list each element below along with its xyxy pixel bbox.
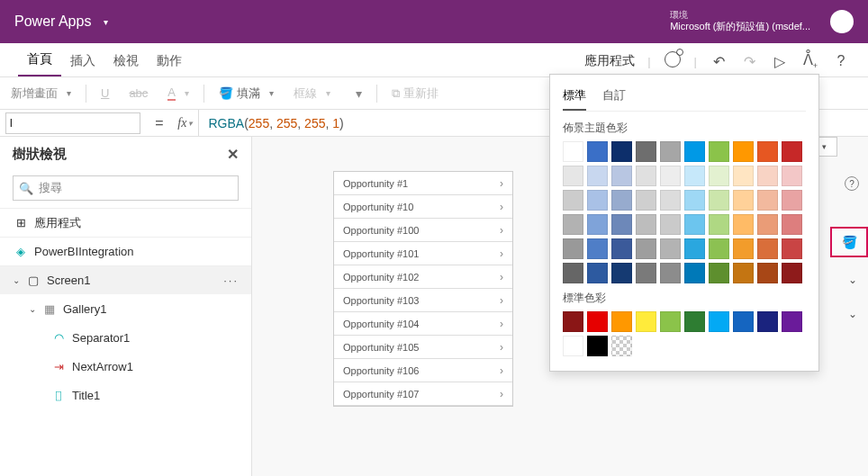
color-swatch[interactable] [563,263,583,283]
list-item[interactable]: Opportunity #10› [334,195,512,219]
color-swatch[interactable] [684,141,705,162]
color-swatch[interactable] [757,141,778,162]
ribbon-tab-insert[interactable]: 插入 [61,46,104,76]
color-swatch[interactable] [757,214,778,235]
list-item[interactable]: Opportunity #104› [334,312,512,336]
color-swatch[interactable] [587,166,608,186]
color-swatch[interactable] [782,166,802,186]
color-swatch[interactable] [709,311,729,332]
color-swatch[interactable] [636,214,656,235]
color-swatch[interactable] [757,263,778,283]
reorder-button[interactable]: ⧉重新排 [386,85,444,102]
ribbon-tab-home[interactable]: 首頁 [18,44,61,76]
tree-item-powerbi[interactable]: ◈PowerBIIntegration [0,237,251,265]
color-swatch[interactable] [611,263,632,283]
tree-item-gallery1[interactable]: ⌄▦Gallery1 [0,294,251,323]
brand-label[interactable]: Power Apps [14,13,91,30]
color-swatch[interactable] [636,166,656,186]
fill-button[interactable]: 🪣填滿▾ [213,85,279,102]
color-swatch[interactable] [660,238,681,259]
color-swatch[interactable] [611,311,632,332]
list-item[interactable]: Opportunity #106› [334,359,512,382]
color-swatch[interactable] [684,238,705,259]
gallery-preview[interactable]: Opportunity #1› Opportunity #10› Opportu… [333,171,513,407]
collapse-icon[interactable]: ⌄ [13,275,25,285]
tree-item-app[interactable]: ⊞應用程式 [0,208,251,237]
color-swatch[interactable] [757,166,778,186]
color-swatch[interactable] [611,238,632,259]
color-swatch[interactable] [611,214,632,235]
redo-icon[interactable]: ↷ [740,53,758,70]
color-swatch[interactable] [563,190,583,211]
color-swatch[interactable] [684,166,705,186]
ribbon-tab-view[interactable]: 檢視 [104,46,148,76]
play-icon[interactable]: ▷ [771,53,789,70]
color-swatch[interactable] [660,166,681,186]
color-swatch[interactable] [563,336,583,356]
color-swatch[interactable] [709,214,729,235]
color-swatch[interactable] [587,336,608,356]
ribbon-tab-action[interactable]: 動作 [148,46,191,76]
color-swatch[interactable] [587,190,608,211]
color-swatch[interactable] [563,166,583,186]
color-swatch[interactable] [709,190,729,211]
color-swatch[interactable] [636,141,656,162]
color-swatch[interactable] [709,263,729,283]
tree-item-screen1[interactable]: ⌄▢Screen1··· [0,265,251,294]
color-tab-custom[interactable]: 自訂 [602,82,626,111]
color-swatch[interactable] [733,311,754,332]
undo-icon[interactable]: ↶ [710,53,728,70]
color-swatch[interactable] [587,141,608,162]
color-swatch[interactable] [782,311,802,332]
color-swatch[interactable] [733,238,754,259]
color-swatch[interactable] [563,311,583,332]
color-swatch[interactable] [684,214,705,235]
fill-color-well[interactable]: 🪣 [830,227,868,257]
list-item[interactable]: Opportunity #101› [334,242,512,265]
color-swatch[interactable] [684,190,705,211]
color-swatch[interactable] [587,238,608,259]
new-screen-button[interactable]: 新增畫面▾ [5,85,77,102]
color-swatch[interactable] [733,166,754,186]
color-swatch[interactable] [782,190,802,211]
color-swatch-transparent[interactable] [611,336,632,356]
color-swatch[interactable] [709,166,729,186]
color-swatch[interactable] [660,141,681,162]
chevron-down-icon[interactable]: ⌄ [848,308,857,320]
color-swatch[interactable] [733,190,754,211]
back-to-apps-button[interactable]: 應用程式 [584,53,635,69]
color-swatch[interactable] [660,263,681,283]
border-button[interactable]: 框線▾ [288,85,336,102]
tree-item-title1[interactable]: ⌷Title1 [0,381,251,409]
color-swatch[interactable] [660,214,681,235]
color-swatch[interactable] [611,141,632,162]
color-swatch[interactable] [757,190,778,211]
color-swatch[interactable] [636,238,656,259]
color-tab-standard[interactable]: 標準 [563,82,586,111]
color-swatch[interactable] [733,141,754,162]
color-swatch[interactable] [660,190,681,211]
color-swatch[interactable] [611,190,632,211]
property-selector[interactable] [5,112,140,134]
color-swatch[interactable] [563,214,583,235]
more-icon[interactable]: ··· [223,274,239,287]
tree-item-nextarrow1[interactable]: ⇥NextArrow1 [0,352,251,381]
collapse-icon[interactable]: ⌄ [29,304,41,314]
color-swatch[interactable] [782,238,802,259]
help-icon[interactable]: ? [832,53,850,69]
environment-picker[interactable]: 環境 Microsoft (新的預設值) (msdef... [670,10,821,32]
color-swatch[interactable] [636,311,656,332]
chevron-down-icon[interactable]: ⌄ [848,274,857,286]
color-swatch[interactable] [709,238,729,259]
color-swatch[interactable] [636,190,656,211]
color-swatch[interactable] [757,311,778,332]
color-swatch[interactable] [684,263,705,283]
color-swatch[interactable] [587,214,608,235]
list-item[interactable]: Opportunity #102› [334,265,512,289]
color-swatch[interactable] [660,311,681,332]
color-swatch[interactable] [611,166,632,186]
color-swatch[interactable] [684,311,705,332]
color-swatch[interactable] [782,263,802,283]
info-icon[interactable]: ? [845,176,859,191]
color-swatch[interactable] [563,238,583,259]
